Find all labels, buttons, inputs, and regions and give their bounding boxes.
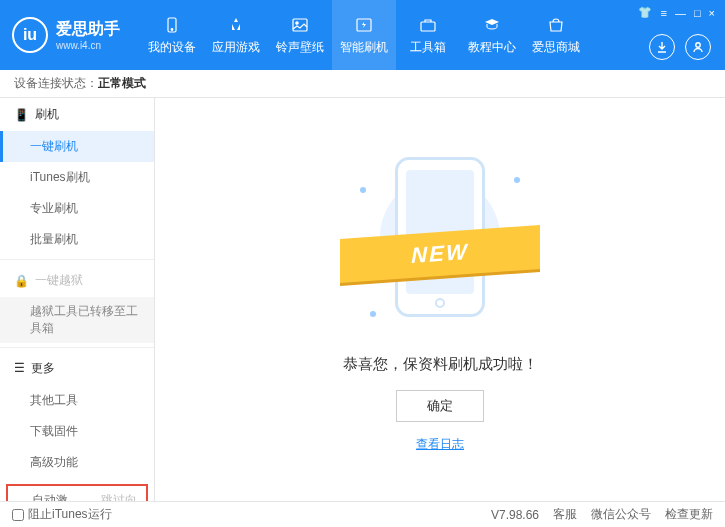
sidebar-item-pro[interactable]: 专业刷机	[0, 193, 154, 224]
app-site: www.i4.cn	[56, 40, 120, 51]
success-illustration: NEW	[350, 147, 530, 337]
svg-rect-5	[421, 22, 435, 31]
nav-my-device[interactable]: 我的设备	[140, 0, 204, 70]
svg-point-6	[696, 43, 700, 47]
list-icon: ☰	[14, 361, 25, 375]
sidebar-group-flash[interactable]: 📱 刷机	[0, 98, 154, 131]
nav-ringtones[interactable]: 铃声壁纸	[268, 0, 332, 70]
success-message: 恭喜您，保资料刷机成功啦！	[343, 355, 538, 374]
app-name: 爱思助手	[56, 19, 120, 40]
sidebar-item-other[interactable]: 其他工具	[0, 385, 154, 416]
sidebar: 📱 刷机 一键刷机 iTunes刷机 专业刷机 批量刷机 🔒 一键越狱 越狱工具…	[0, 98, 155, 501]
footer-link-support[interactable]: 客服	[553, 506, 577, 523]
phone-icon: 📱	[14, 108, 29, 122]
footer-link-wechat[interactable]: 微信公众号	[591, 506, 651, 523]
nav-tutorial[interactable]: 教程中心	[460, 0, 524, 70]
lock-icon: 🔒	[14, 274, 29, 288]
bag-icon	[546, 15, 566, 35]
minimize-button[interactable]: —	[675, 7, 686, 19]
highlight-box: 自动激活 跳过向导	[6, 484, 148, 501]
status-bar: 设备连接状态： 正常模式	[0, 70, 725, 98]
toolbox-icon	[418, 15, 438, 35]
sidebar-group-jailbreak: 🔒 一键越狱	[0, 264, 154, 297]
graduation-icon	[482, 15, 502, 35]
maximize-button[interactable]: □	[694, 7, 701, 19]
footer: 阻止iTunes运行 V7.98.66 客服 微信公众号 检查更新	[0, 501, 725, 527]
skin-icon[interactable]: 👕	[638, 6, 652, 19]
view-log-link[interactable]: 查看日志	[416, 436, 464, 453]
sidebar-item-advanced[interactable]: 高级功能	[0, 447, 154, 478]
top-nav: 我的设备 应用游戏 铃声壁纸 智能刷机 工具箱 教程中心 爱思商城	[140, 0, 588, 70]
device-icon	[162, 15, 182, 35]
sidebar-jailbreak-note: 越狱工具已转移至工具箱	[0, 297, 154, 343]
nav-apps[interactable]: 应用游戏	[204, 0, 268, 70]
svg-point-3	[296, 21, 298, 23]
flash-icon	[354, 15, 374, 35]
sidebar-item-oneclick[interactable]: 一键刷机	[0, 131, 154, 162]
close-button[interactable]: ×	[709, 7, 715, 19]
footer-link-update[interactable]: 检查更新	[665, 506, 713, 523]
checkbox-block-itunes[interactable]: 阻止iTunes运行	[12, 506, 112, 523]
svg-point-1	[171, 28, 173, 30]
logo-area: iu 爱思助手 www.i4.cn	[12, 17, 120, 53]
sidebar-group-more[interactable]: ☰ 更多	[0, 352, 154, 385]
menu-icon[interactable]: ≡	[660, 7, 666, 19]
main-content: NEW 恭喜您，保资料刷机成功啦！ 确定 查看日志	[155, 98, 725, 501]
image-icon	[290, 15, 310, 35]
apps-icon	[226, 15, 246, 35]
sidebar-item-itunes[interactable]: iTunes刷机	[0, 162, 154, 193]
sidebar-item-batch[interactable]: 批量刷机	[0, 224, 154, 255]
status-value: 正常模式	[98, 75, 146, 92]
ok-button[interactable]: 确定	[396, 390, 484, 422]
logo-icon: iu	[12, 17, 48, 53]
nav-flash[interactable]: 智能刷机	[332, 0, 396, 70]
version-label: V7.98.66	[491, 508, 539, 522]
nav-store[interactable]: 爱思商城	[524, 0, 588, 70]
nav-toolbox[interactable]: 工具箱	[396, 0, 460, 70]
checkbox-auto-activate[interactable]: 自动激活	[16, 492, 69, 501]
checkbox-skip-guide[interactable]: 跳过向导	[85, 492, 138, 501]
window-controls: 👕 ≡ — □ ×	[638, 6, 715, 19]
sidebar-item-download[interactable]: 下载固件	[0, 416, 154, 447]
app-header: iu 爱思助手 www.i4.cn 我的设备 应用游戏 铃声壁纸 智能刷机 工具…	[0, 0, 725, 70]
download-button[interactable]	[649, 34, 675, 60]
user-button[interactable]	[685, 34, 711, 60]
status-label: 设备连接状态：	[14, 75, 98, 92]
new-ribbon: NEW	[340, 225, 540, 283]
